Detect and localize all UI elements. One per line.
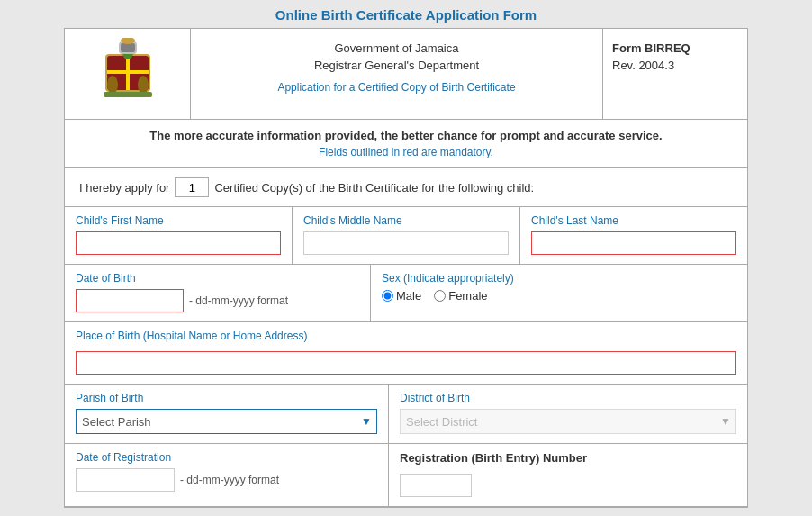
reg-date-label: Date of Registration [76,451,377,464]
last-name-input[interactable] [531,231,736,255]
district-label: District of Birth [400,392,736,404]
middle-name-input[interactable] [303,231,509,255]
place-row: Place of Birth (Hospital Name or Home Ad… [65,322,747,385]
reg-date-inner: - dd-mm-yyyy format [76,468,377,492]
parish-cell: Parish of Birth Select Parish Kingston S… [65,385,389,443]
middle-name-cell: Child's Middle Name [293,207,520,264]
dob-label: Date of Birth [76,272,359,285]
header-center: Government of Jamaica Registrar General'… [191,29,603,119]
dob-format-label: - dd-mm-yyyy format [189,294,288,307]
reg-date-format-label: - dd-mm-yyyy format [180,474,279,486]
svg-rect-8 [104,92,152,97]
info-row: The more accurate information provided, … [65,120,747,168]
dept-name: Registrar General's Department [200,59,593,72]
info-sub-text: Fields outlined in red are mandatory. [79,146,733,158]
sex-cell: Sex (Indicate appropriately) Male Female [371,265,747,321]
apply-prefix: I hereby apply for [79,181,169,195]
district-select-wrapper: Select District ▼ [400,409,736,434]
reg-num-input[interactable] [400,474,472,497]
application-text: Application for a Certified Copy of Birt… [200,81,593,94]
svg-point-7 [138,76,149,94]
dob-cell: Date of Birth - dd-mm-yyyy format [65,265,371,321]
name-row: Child's First Name Child's Middle Name C… [65,207,747,265]
sex-male-option[interactable]: Male [382,289,421,303]
district-cell: District of Birth Select District ▼ [389,385,747,443]
svg-rect-3 [107,70,149,74]
sex-female-option[interactable]: Female [434,289,487,303]
reg-row: Date of Registration - dd-mm-yyyy format… [65,444,747,507]
header-row: Government of Jamaica Registrar General'… [65,29,747,120]
info-main-text: The more accurate information provided, … [79,129,733,142]
reg-date-cell: Date of Registration - dd-mm-yyyy format [65,444,389,506]
svg-point-6 [107,76,118,94]
last-name-label: Child's Last Name [531,214,736,227]
dob-input[interactable] [76,289,184,312]
dob-inner: - dd-mm-yyyy format [76,289,359,312]
page-title: Online Birth Certificate Application For… [0,0,812,28]
parish-district-row: Parish of Birth Select Parish Kingston S… [65,385,747,444]
form-rev: Rev. 2004.3 [612,59,738,72]
form-code: Form BIRREQ [612,41,738,55]
place-label: Place of Birth (Hospital Name or Home Ad… [76,330,736,342]
form-container: Government of Jamaica Registrar General'… [64,28,748,508]
sex-label: Sex (Indicate appropriately) [382,272,736,285]
first-name-cell: Child's First Name [65,207,293,264]
parish-select-wrapper: Select Parish Kingston St. Andrew St. Th… [76,409,377,434]
last-name-cell: Child's Last Name [520,207,747,264]
parish-label: Parish of Birth [76,392,377,404]
svg-rect-10 [121,43,135,52]
parish-select[interactable]: Select Parish Kingston St. Andrew St. Th… [76,409,377,434]
header-logo [65,29,191,119]
first-name-input[interactable] [76,231,281,255]
first-name-label: Child's First Name [76,214,281,227]
sex-female-radio[interactable] [434,290,446,302]
dob-sex-row: Date of Birth - dd-mm-yyyy format Sex (I… [65,265,747,322]
coat-of-arms-icon [96,38,159,110]
sex-male-radio[interactable] [382,290,393,302]
reg-num-label: Registration (Birth Entry) Number [400,451,736,465]
apply-row: I hereby apply for Certified Copy(s) of … [65,168,747,207]
district-select[interactable]: Select District [400,409,736,434]
apply-suffix: Certified Copy(s) of the Birth Certifica… [214,181,534,195]
reg-num-cell: Registration (Birth Entry) Number [389,444,747,506]
sex-male-label: Male [396,289,421,303]
middle-name-label: Child's Middle Name [303,214,509,227]
sex-female-label: Female [448,289,487,303]
place-input[interactable] [76,351,736,375]
gov-name: Government of Jamaica [200,41,593,55]
copies-input[interactable] [175,177,209,197]
reg-date-input[interactable] [76,468,175,492]
header-right: Form BIRREQ Rev. 2004.3 [603,29,747,119]
sex-options: Male Female [382,289,736,303]
